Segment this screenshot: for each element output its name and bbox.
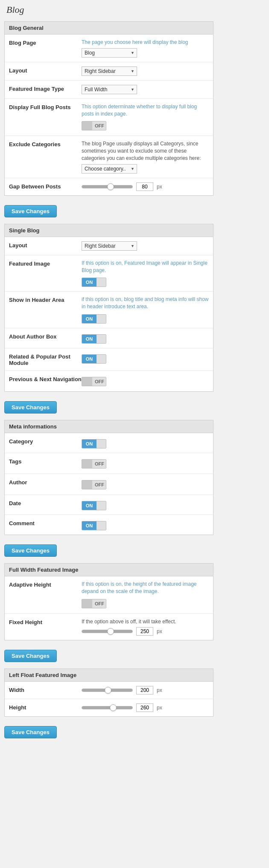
sections-container: Blog GeneralBlog PageThe page you choose… (4, 21, 260, 745)
slider-row: px (82, 627, 209, 636)
field-row-about-author-box: About Author BoxON (5, 328, 213, 348)
field-label-width: Width (9, 686, 82, 693)
toggle-switch[interactable]: OFF (82, 121, 106, 130)
toggle-on-label: ON (82, 440, 96, 448)
toggle-switch[interactable]: OFF (82, 480, 106, 489)
field-content-date: ON (82, 499, 209, 510)
field-row-layout-single: LayoutRight SidebarLeft SidebarFull Widt… (5, 237, 213, 255)
field-label-fixed-height: Fixed Height (9, 618, 82, 625)
slider-thumb[interactable] (107, 628, 114, 635)
field-label-show-in-header-area: Show in Header Area (9, 296, 82, 303)
field-label-layout: Layout (9, 67, 82, 74)
field-content-about-author-box: ON (82, 333, 209, 344)
toggle-off-label: OFF (92, 599, 106, 608)
section-single-blog: Single BlogLayoutRight SidebarLeft Sideb… (4, 224, 213, 392)
field-label-comment: Comment (9, 519, 82, 527)
toggle-knob (96, 335, 106, 343)
select-wrapper: Right SidebarLeft SidebarFull Width (82, 67, 137, 76)
field-row-adaptive-height: Adaptive HeightIf this option is on, the… (5, 576, 213, 614)
section-blog-general: Blog GeneralBlog PageThe page you choose… (4, 21, 213, 196)
toggle-switch[interactable]: OFF (82, 599, 106, 608)
field-content-tags: OFF (82, 457, 209, 469)
field-content-height: px (82, 703, 209, 712)
field-row-featured-image-type: Featured Image TypeFull WidthLeft FloatR… (5, 81, 213, 99)
slider-track[interactable] (82, 706, 133, 709)
section-header-blog-general: Blog General (5, 22, 213, 35)
field-label-gap-between-posts: Gap Between Posts (9, 182, 82, 190)
slider-unit-label: px (157, 628, 162, 634)
toggle-off-indicator (82, 377, 92, 386)
save-button-left-float-featured[interactable]: Save Changes (4, 726, 57, 738)
field-content-layout: Right SidebarLeft SidebarFull Width (82, 67, 209, 76)
field-label-blog-page: Blog Page (9, 39, 82, 46)
slider-row: px (82, 182, 209, 191)
toggle-on-label: ON (82, 501, 96, 510)
field-row-tags: TagsOFF (5, 453, 213, 474)
toggle-switch[interactable]: ON (82, 278, 106, 287)
dropdown-select[interactable]: Choose category..NewsBlog (82, 164, 137, 174)
slider-track[interactable] (82, 185, 133, 188)
toggle-knob (96, 278, 106, 286)
dropdown-select[interactable]: BlogHomeNews (82, 48, 137, 58)
slider-track[interactable] (82, 689, 133, 692)
field-description-display-full-blog-posts: This option determinate whether to displ… (82, 103, 209, 118)
slider-track[interactable] (82, 630, 133, 633)
field-row-comment: CommentON (5, 515, 213, 535)
field-row-blog-page: Blog PageThe page you choose here will d… (5, 35, 213, 62)
toggle-knob (96, 521, 106, 530)
field-row-category: CategoryON (5, 433, 213, 453)
toggle-off-label: OFF (92, 480, 106, 489)
field-content-display-full-blog-posts: This option determinate whether to displ… (82, 103, 209, 132)
field-content-adaptive-height: If this option is on, the height of the … (82, 581, 209, 609)
slider-value-input[interactable] (136, 686, 153, 694)
toggle-switch[interactable]: ON (82, 439, 106, 448)
toggle-switch[interactable]: ON (82, 501, 106, 510)
toggle-switch[interactable]: OFF (82, 459, 106, 469)
toggle-on-label: ON (82, 355, 96, 363)
save-button-blog-general[interactable]: Save Changes (4, 205, 57, 217)
field-row-date: DateON (5, 495, 213, 515)
slider-thumb[interactable] (107, 183, 114, 190)
field-row-prev-next-navigation: Previous & Next NavigationOFF (5, 371, 213, 391)
save-button-meta-informations[interactable]: Save Changes (4, 544, 57, 557)
dropdown-select[interactable]: Full WidthLeft FloatRight Float (82, 85, 137, 94)
field-content-layout-single: Right SidebarLeft SidebarFull Width (82, 241, 209, 251)
save-button-full-width-featured[interactable]: Save Changes (4, 650, 57, 662)
toggle-off-indicator (82, 480, 92, 489)
section-left-float-featured: Left Float Featured ImageWidthpxHeightpx (4, 668, 213, 717)
field-description-fixed-height: If the option above is off, it will take… (82, 618, 209, 625)
slider-value-input[interactable] (136, 703, 153, 712)
slider-value-input[interactable] (136, 627, 153, 636)
field-content-exclude-categories: The blog Page usually displays all Categ… (82, 140, 209, 173)
select-wrapper: Right SidebarLeft SidebarFull Width (82, 241, 137, 251)
field-row-fixed-height: Fixed HeightIf the option above is off, … (5, 614, 213, 640)
slider-thumb[interactable] (105, 687, 111, 694)
slider-value-input[interactable] (136, 182, 153, 191)
toggle-switch[interactable]: OFF (82, 377, 106, 386)
slider-row: px (82, 703, 209, 712)
toggle-knob (96, 440, 106, 448)
field-description-featured-image: If this option is on, Featured Image wil… (82, 260, 209, 274)
field-label-tags: Tags (9, 457, 82, 465)
save-button-single-blog[interactable]: Save Changes (4, 401, 57, 414)
field-label-height: Height (9, 703, 82, 711)
toggle-off-label: OFF (92, 122, 106, 130)
slider-thumb[interactable] (110, 704, 117, 711)
field-label-related-popular-post: Related & Popular Post Module (9, 353, 82, 366)
toggle-switch[interactable]: ON (82, 334, 106, 344)
field-description-exclude-categories: The blog Page usually displays all Categ… (82, 140, 209, 162)
field-content-gap-between-posts: px (82, 182, 209, 191)
field-label-author: Author (9, 478, 82, 486)
field-label-display-full-blog-posts: Display Full Blog Posts (9, 103, 82, 110)
slider-unit-label: px (157, 687, 162, 693)
field-description-show-in-header-area: if this option is on, blog title and blo… (82, 296, 209, 310)
field-label-featured-image-type: Featured Image Type (9, 85, 82, 92)
toggle-switch[interactable]: ON (82, 354, 106, 364)
toggle-switch[interactable]: ON (82, 314, 106, 324)
dropdown-select[interactable]: Right SidebarLeft SidebarFull Width (82, 241, 137, 251)
toggle-knob (96, 355, 106, 363)
field-label-adaptive-height: Adaptive Height (9, 581, 82, 588)
field-label-category: Category (9, 437, 82, 445)
dropdown-select[interactable]: Right SidebarLeft SidebarFull Width (82, 67, 137, 76)
toggle-switch[interactable]: ON (82, 521, 106, 530)
